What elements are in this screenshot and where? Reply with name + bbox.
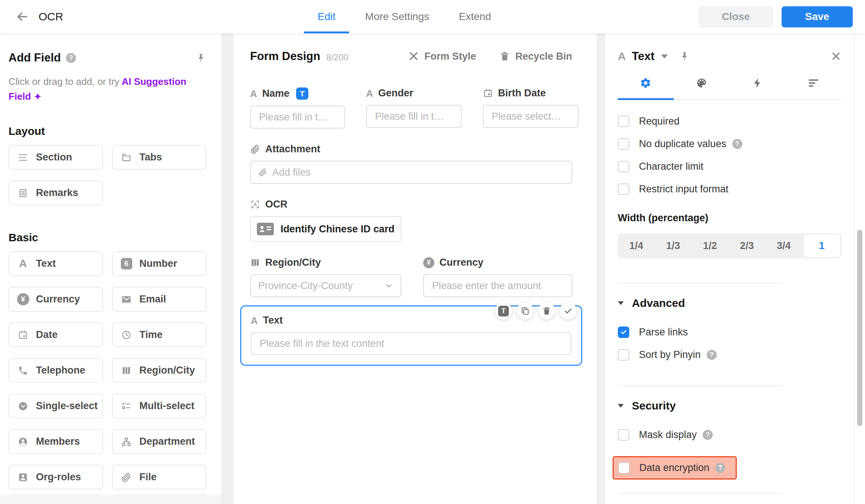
- copy-action[interactable]: [517, 302, 534, 319]
- field-type-label: Department: [139, 436, 195, 447]
- advanced-section-header[interactable]: Advanced: [618, 297, 841, 309]
- tab-more-settings[interactable]: More Settings: [351, 0, 443, 33]
- field-type-email[interactable]: Email: [112, 287, 206, 312]
- field-type-text[interactable]: A Text: [9, 251, 103, 276]
- field-row: A Name T A Gender: [250, 87, 572, 129]
- help-icon[interactable]: ?: [707, 350, 717, 360]
- width-option[interactable]: 1/4: [618, 233, 655, 258]
- option-data-encryption-highlighted[interactable]: Data encryption ?: [613, 456, 737, 480]
- help-icon[interactable]: ?: [703, 430, 713, 440]
- tab-layout[interactable]: [785, 77, 841, 99]
- checkbox[interactable]: [618, 116, 629, 127]
- scrollbar-thumb[interactable]: [857, 230, 862, 426]
- field-label-row: A OCR: [250, 199, 572, 210]
- checkbox[interactable]: [618, 183, 629, 195]
- checkbox[interactable]: [618, 462, 630, 474]
- close-button[interactable]: Close: [698, 6, 773, 27]
- badge-person-icon: [17, 472, 29, 483]
- field-attachment[interactable]: Attachment: [250, 143, 572, 184]
- delete-action[interactable]: [538, 302, 555, 319]
- field-type-region-city[interactable]: Region/City: [112, 358, 206, 383]
- back-arrow-icon[interactable]: [16, 10, 29, 23]
- region-select[interactable]: Province-City-County: [250, 274, 401, 297]
- field-type-date[interactable]: Date: [9, 322, 103, 347]
- chevron-down-icon[interactable]: [661, 54, 668, 59]
- field-type-multi-select[interactable]: Multi-select: [112, 394, 206, 418]
- field-type-currency[interactable]: ¥ Currency: [9, 287, 103, 312]
- recycle-bin-button[interactable]: Recycle Bin: [499, 51, 572, 62]
- field-type-label: Telephone: [36, 365, 85, 376]
- pin-icon[interactable]: [679, 51, 690, 62]
- option-no-duplicate-values[interactable]: No duplicate values ?: [618, 137, 841, 150]
- checkbox[interactable]: [618, 161, 629, 172]
- option-parse-links[interactable]: Parse links: [618, 326, 841, 338]
- attachment-input[interactable]: [272, 166, 564, 179]
- form-style-button[interactable]: Form Style: [408, 51, 476, 62]
- field-type-members[interactable]: Members: [9, 429, 103, 454]
- field-type-telephone[interactable]: Telephone: [9, 358, 103, 383]
- vertical-scrollbar[interactable]: [854, 0, 865, 504]
- width-option[interactable]: 1/3: [655, 233, 692, 258]
- name-input[interactable]: [258, 111, 337, 123]
- field-type-number[interactable]: 6 Number: [112, 251, 206, 276]
- field-type-org-roles[interactable]: Org-roles: [9, 465, 103, 490]
- width-option[interactable]: 1/2: [692, 233, 729, 258]
- field-label: OCR: [265, 199, 288, 210]
- field-type-file[interactable]: File: [112, 465, 206, 490]
- hint-text: Click or drag to add, or try: [9, 76, 119, 87]
- field-label: Region/City: [265, 257, 321, 268]
- field-ocr[interactable]: A OCR Identify Chinese ID card: [250, 199, 572, 242]
- tab-style[interactable]: [674, 77, 730, 99]
- field-type-tabs[interactable]: Tabs: [112, 145, 206, 170]
- attachment-inputbox: [250, 161, 572, 184]
- tab-events[interactable]: [730, 77, 786, 99]
- text-format-action[interactable]: T: [495, 302, 512, 319]
- field-type-section[interactable]: Section: [9, 145, 103, 170]
- currency-input[interactable]: [431, 280, 564, 292]
- tab-edit[interactable]: Edit: [304, 0, 349, 33]
- text-input[interactable]: [259, 338, 563, 350]
- field-type-department[interactable]: Department: [112, 429, 206, 454]
- width-option[interactable]: 2/3: [729, 233, 766, 258]
- security-section-header[interactable]: Security: [618, 399, 841, 412]
- width-option[interactable]: 3/4: [765, 233, 802, 258]
- option-character-limit[interactable]: Character limit: [618, 160, 841, 173]
- option-required[interactable]: Required: [618, 115, 841, 127]
- confirm-action[interactable]: [560, 302, 577, 319]
- field-type-single-select[interactable]: Single-select: [9, 394, 103, 418]
- option-restrict-input-format[interactable]: Restrict input format: [618, 183, 841, 195]
- identify-id-card-button[interactable]: Identify Chinese ID card: [250, 216, 401, 242]
- checkbox[interactable]: [618, 349, 629, 361]
- field-type-label: Remarks: [36, 187, 78, 199]
- field-type-label: Tabs: [139, 152, 162, 163]
- gender-input[interactable]: [374, 110, 454, 123]
- field-type-remarks[interactable]: Remarks: [9, 180, 103, 205]
- checkbox[interactable]: [618, 138, 629, 150]
- number-icon: 6: [120, 258, 133, 269]
- field-name[interactable]: A Name T: [250, 87, 345, 129]
- option-label: No duplicate values: [639, 138, 726, 150]
- help-icon[interactable]: ?: [715, 463, 725, 473]
- selected-field-text[interactable]: T A Text: [240, 305, 582, 366]
- option-sort-by-pinyin[interactable]: Sort by Pinyin ?: [618, 348, 841, 361]
- save-button[interactable]: Save: [782, 6, 853, 27]
- tab-settings[interactable]: [618, 77, 674, 99]
- field-type-time[interactable]: Time: [112, 322, 206, 347]
- option-mask-display[interactable]: Mask display ?: [618, 428, 841, 441]
- app-root: OCR Edit More Settings Extend Close Save…: [0, 0, 865, 504]
- tab-extend[interactable]: Extend: [445, 0, 505, 33]
- field-birth-date[interactable]: Birth Date: [483, 87, 579, 129]
- pin-icon[interactable]: [195, 52, 206, 63]
- help-icon[interactable]: ?: [66, 53, 76, 63]
- checkbox-checked[interactable]: [618, 326, 629, 338]
- top-tabs: Edit More Settings Extend: [304, 0, 505, 33]
- checkbox[interactable]: [618, 429, 629, 441]
- field-region-city[interactable]: Region/City Province-City-County: [250, 257, 401, 297]
- field-gender[interactable]: A Gender: [366, 87, 462, 129]
- help-icon[interactable]: ?: [732, 139, 742, 149]
- width-option-selected[interactable]: 1: [803, 234, 841, 258]
- sparkle-icon: ✦: [34, 92, 42, 102]
- close-icon[interactable]: ✕: [831, 50, 842, 63]
- birth-date-input[interactable]: [491, 110, 570, 123]
- field-currency[interactable]: ¥ Currency: [423, 257, 572, 297]
